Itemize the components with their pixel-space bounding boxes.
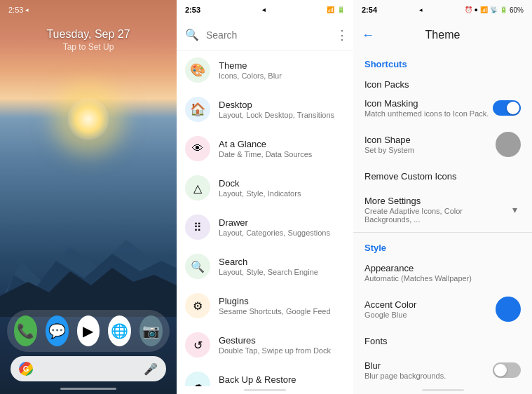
home-nav-indicator xyxy=(60,388,116,390)
desktop-item-text: Desktop Layout, Lock Desktop, Transition… xyxy=(219,100,345,119)
blur-toggle[interactable] xyxy=(493,362,521,378)
dock-play-icon[interactable]: ▶ xyxy=(77,315,100,346)
icon-shape-row[interactable]: Icon Shape Set by System xyxy=(353,125,532,164)
search-title: Search xyxy=(219,257,345,267)
theme-panel: 2:54 ◂ ⏰ ● 📶 📡 🔋 60% ← Theme Shortcuts I… xyxy=(353,0,532,394)
drawer-title: Drawer xyxy=(219,217,345,228)
home-search-bar[interactable]: G 🎤 xyxy=(11,356,166,381)
home-screen: 2:53 ◂ Tuesday, Sep 27 Tap to Set Up 📞 💬… xyxy=(0,0,177,394)
blur-row[interactable]: Blur Blur page backgrounds. xyxy=(353,353,532,386)
accent-color-swatch[interactable] xyxy=(496,297,521,322)
dot-icon: ● xyxy=(475,6,478,13)
accent-color-title: Accent Color xyxy=(364,299,496,310)
theme-status-icons: ⏰ ● 📶 📡 🔋 60% xyxy=(465,6,524,14)
menu-more-icon[interactable]: ⋮ xyxy=(336,27,348,43)
chevron-down-icon[interactable]: ▾ xyxy=(508,203,521,216)
desktop-icon: 🏠 xyxy=(185,97,210,122)
more-settings-row[interactable]: More Settings Create Adaptive Icons, Col… xyxy=(353,189,532,231)
dock-icon-menu: △ xyxy=(185,175,210,201)
menu-scroll-indicator xyxy=(244,389,286,391)
blur-sub: Blur page backgrounds. xyxy=(364,372,493,380)
dock-title: Dock xyxy=(219,178,345,189)
theme-scroll-indicator xyxy=(422,389,464,391)
theme-time: 2:54 xyxy=(362,6,377,14)
gestures-title: Gestures xyxy=(219,335,345,346)
desktop-title: Desktop xyxy=(219,100,345,110)
gestures-sub: Double Tap, Swipe up from Dock xyxy=(219,346,345,355)
home-date-area: Tuesday, Sep 27 Tap to Set Up xyxy=(0,28,177,52)
menu-panel: 2:53 ◂ 📶 🔋 🔍 ⋮ 🎨 Theme Icons, Colors, Bl… xyxy=(177,0,353,394)
icon-masking-toggle[interactable] xyxy=(493,100,521,116)
alarm-icon: ⏰ xyxy=(465,6,472,13)
sidebar-item-backup[interactable]: ☁ Back Up & Restore Save Home Setup, Res… xyxy=(177,365,353,386)
search-input[interactable] xyxy=(206,29,329,41)
dock-phone-icon[interactable]: 📞 xyxy=(14,315,37,346)
remove-custom-icons-row[interactable]: Remove Custom Icons xyxy=(353,164,532,189)
backup-item-text: Back Up & Restore Save Home Setup, Resto… xyxy=(219,374,345,386)
back-button[interactable]: ← xyxy=(362,28,374,43)
search-icon: 🔍 xyxy=(185,28,199,41)
sidebar-item-theme[interactable]: 🎨 Theme Icons, Colors, Blur xyxy=(177,50,353,90)
home-sun xyxy=(67,98,109,140)
glance-item-text: At a Glance Date & Time, Data Sources xyxy=(219,139,345,158)
appearance-sub: Automatic (Matches Wallpaper) xyxy=(364,274,521,283)
shortcuts-label: Shortcuts xyxy=(353,50,532,72)
icon-shape-title: Icon Shape xyxy=(364,135,496,145)
menu-status-icons: 📶 🔋 xyxy=(327,6,345,13)
accent-color-sub: Google Blue xyxy=(364,311,496,319)
google-mic-icon: 🎤 xyxy=(144,362,158,376)
sidebar-item-plugins[interactable]: ⚙ Plugins Sesame Shortcuts, Google Feed xyxy=(177,286,353,325)
more-settings-sub: Create Adaptive Icons, Color Backgrounds… xyxy=(364,207,508,224)
menu-search-bar[interactable]: 🔍 ⋮ xyxy=(177,20,353,50)
plugins-sub: Sesame Shortcuts, Google Feed xyxy=(219,307,345,315)
dock-sub: Layout, Style, Indicators xyxy=(219,189,345,198)
wifi-icon: 📶 xyxy=(480,6,488,13)
home-date: Tuesday, Sep 27 xyxy=(0,28,177,41)
backup-sub: Save Home Setup, Restore Backups xyxy=(219,386,345,386)
remove-custom-icons-label: Remove Custom Icons xyxy=(364,171,457,182)
gestures-icon: ↺ xyxy=(185,332,210,358)
home-time: 2:53 xyxy=(8,6,23,14)
signal-icon: 📡 xyxy=(490,6,498,13)
glance-icon: 👁 xyxy=(185,136,210,161)
backup-title: Back Up & Restore xyxy=(219,374,345,385)
theme-status-icon: ◂ xyxy=(419,6,423,13)
gestures-item-text: Gestures Double Tap, Swipe up from Dock xyxy=(219,335,345,355)
appearance-row[interactable]: Appearance Automatic (Matches Wallpaper) xyxy=(353,256,532,290)
sidebar-item-glance[interactable]: 👁 At a Glance Date & Time, Data Sources xyxy=(177,129,353,168)
battery-percent: 60% xyxy=(510,6,524,14)
plugins-title: Plugins xyxy=(219,296,345,306)
home-dock: 📞 💬 ▶ 🌐 📷 xyxy=(7,310,170,352)
theme-sub: Icons, Colors, Blur xyxy=(219,72,345,80)
search-sub: Layout, Style, Search Engine xyxy=(219,268,345,276)
dock-item-text: Dock Layout, Style, Indicators xyxy=(219,178,345,198)
home-status-icon: ◂ xyxy=(25,6,29,13)
glance-sub: Date & Time, Data Sources xyxy=(219,150,345,158)
dock-camera-icon[interactable]: 📷 xyxy=(139,315,163,346)
drawer-item-text: Drawer Layout, Categories, Suggestions xyxy=(219,217,345,237)
icon-masking-row[interactable]: Icon Masking Match unthemed icons to Ico… xyxy=(353,91,532,125)
icon-shape-text: Icon Shape Set by System xyxy=(364,135,496,154)
menu-items-list: 🎨 Theme Icons, Colors, Blur 🏠 Desktop La… xyxy=(177,50,353,386)
accent-color-text: Accent Color Google Blue xyxy=(364,299,496,319)
accent-color-row[interactable]: Accent Color Google Blue xyxy=(353,290,532,329)
theme-page-title: Theme xyxy=(386,29,500,41)
sidebar-item-gestures[interactable]: ↺ Gestures Double Tap, Swipe up from Doc… xyxy=(177,325,353,365)
sidebar-item-drawer[interactable]: ⠿ Drawer Layout, Categories, Suggestions xyxy=(177,208,353,247)
fonts-row[interactable]: Fonts xyxy=(353,329,532,353)
home-date-sub: Tap to Set Up xyxy=(0,42,177,52)
sidebar-item-desktop[interactable]: 🏠 Desktop Layout, Lock Desktop, Transiti… xyxy=(177,90,353,129)
icon-shape-preview[interactable] xyxy=(496,132,521,157)
search-menu-icon: 🔍 xyxy=(185,254,210,279)
theme-icon: 🎨 xyxy=(185,57,210,83)
sidebar-item-search[interactable]: 🔍 Search Layout, Style, Search Engine xyxy=(177,247,353,286)
dock-chrome-icon[interactable]: 🌐 xyxy=(108,315,131,346)
sidebar-item-dock[interactable]: △ Dock Layout, Style, Indicators xyxy=(177,168,353,208)
battery-icon: 🔋 xyxy=(500,6,507,13)
desktop-sub: Layout, Lock Desktop, Transitions xyxy=(219,111,345,119)
home-status-bar: 2:53 ◂ xyxy=(8,6,29,14)
google-g-icon: G xyxy=(19,362,33,376)
dock-messages-icon[interactable]: 💬 xyxy=(46,315,69,346)
more-settings-text: More Settings Create Adaptive Icons, Col… xyxy=(364,196,508,224)
drawer-icon: ⠿ xyxy=(185,215,210,240)
